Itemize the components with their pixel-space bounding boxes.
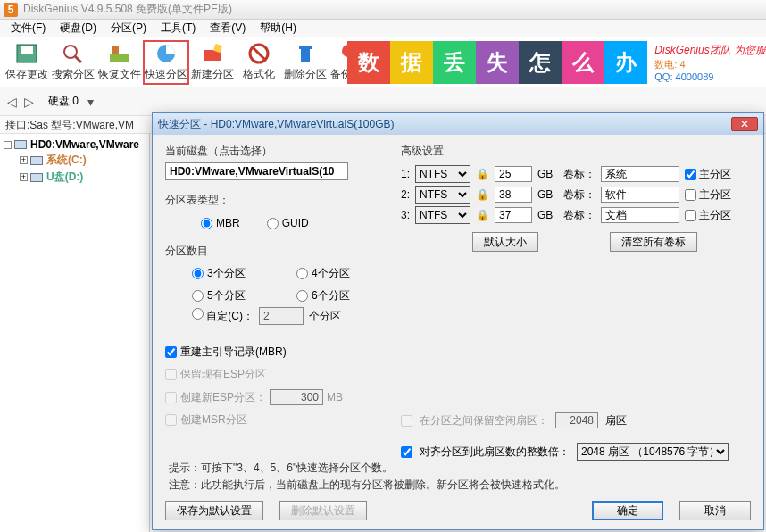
disk-dropdown-icon[interactable]: ▾ (84, 95, 97, 109)
drive-icon (30, 156, 43, 165)
banner-tile: 怎 (519, 41, 562, 84)
menu-file[interactable]: 文件(F) (4, 19, 53, 37)
radio-mbr[interactable]: MBR (201, 217, 240, 229)
tree-child-c[interactable]: + 系统(C:) (2, 152, 147, 169)
tool-new-partition[interactable]: 新建分区 (189, 40, 236, 85)
search-icon (61, 42, 86, 65)
chk-rebuild-mbr[interactable]: 重建主引导记录(MBR) (165, 345, 379, 360)
radio-4[interactable]: 4个分区 (296, 266, 379, 281)
volume-label-input[interactable] (601, 166, 679, 182)
volume-label-input[interactable] (601, 207, 679, 223)
radio-guid[interactable]: GUID (267, 217, 309, 229)
svg-rect-5 (112, 46, 119, 54)
radio-custom[interactable]: 自定(C)： (192, 308, 254, 324)
banner-tile: 办 (604, 41, 647, 84)
custom-count-input[interactable] (259, 307, 304, 325)
format-icon (246, 42, 271, 65)
menu-disk[interactable]: 硬盘(D) (53, 19, 104, 37)
partition-row: 2:NTFS🔒GB卷标： 主分区 (401, 186, 751, 204)
tree-root[interactable]: - HD0:VMware,VMware (2, 137, 147, 152)
menu-view[interactable]: 查看(V) (203, 19, 253, 37)
banner: 数据丢失怎么办 DiskGenius团队 为您服 数电: 4 QQ: 40000… (347, 37, 766, 87)
drive-icon (30, 173, 43, 182)
svg-line-10 (253, 47, 265, 60)
save-icon (14, 42, 39, 65)
expand-icon[interactable]: + (20, 173, 28, 181)
chk-align[interactable] (401, 446, 412, 458)
quick-partition-dialog: 快速分区 - HD0:VMware,VMwareVirtualS(100GB) … (152, 112, 764, 530)
size-input[interactable] (495, 207, 532, 223)
esp-size-input (270, 389, 323, 405)
new-partition-icon (200, 42, 225, 65)
banner-qq: QQ: 4000089 (647, 71, 766, 82)
dialog-title-bar: 快速分区 - HD0:VMware,VMwareVirtualS(100GB) … (153, 113, 763, 135)
lock-icon[interactable]: 🔒 (476, 168, 489, 180)
tool-format[interactable]: 格式化 (236, 40, 282, 85)
delete-default-button: 删除默认设置 (279, 501, 367, 520)
tool-search[interactable]: 搜索分区 (50, 40, 96, 85)
svg-line-3 (75, 56, 81, 62)
table-type-label: 分区表类型： (165, 193, 379, 208)
nav-next-icon[interactable]: ▷ (21, 95, 37, 109)
clear-labels-button[interactable]: 清空所有卷标 (610, 232, 697, 252)
expand-icon[interactable]: + (20, 156, 28, 164)
size-input[interactable] (495, 166, 532, 182)
svg-point-2 (64, 46, 77, 58)
tool-restore[interactable]: 恢复文件 (96, 40, 143, 85)
save-default-button[interactable]: 保存为默认设置 (165, 501, 263, 520)
banner-text: DiskGenius团队 为您服 (647, 43, 766, 58)
ok-button[interactable]: 确定 (592, 501, 663, 520)
radio-6[interactable]: 6个分区 (296, 288, 379, 303)
adv-label: 高级设置 (401, 144, 751, 159)
count-label: 分区数目 (165, 244, 379, 259)
banner-sub: 数电: 4 (647, 58, 766, 71)
current-disk-label: 当前磁盘（点击选择） (165, 144, 379, 159)
partition-row: 1:NTFS🔒GB卷标： 主分区 (401, 165, 751, 183)
gap-value-input (555, 412, 598, 428)
lock-icon[interactable]: 🔒 (476, 209, 489, 221)
menu-help[interactable]: 帮助(H) (253, 19, 304, 37)
restore-icon (107, 42, 132, 65)
collapse-icon[interactable]: - (4, 141, 12, 149)
menu-bar: 文件(F) 硬盘(D) 分区(P) 工具(T) 查看(V) 帮助(H) (0, 20, 766, 37)
tool-delete-partition[interactable]: 删除分区 (282, 40, 329, 85)
tool-save[interactable]: 保存更改 (4, 40, 50, 85)
volume-label-input[interactable] (601, 187, 679, 203)
size-input[interactable] (495, 187, 532, 203)
quick-partition-icon (154, 42, 179, 65)
cancel-button[interactable]: 取消 (679, 501, 751, 520)
menu-tools[interactable]: 工具(T) (154, 19, 203, 37)
dialog-title: 快速分区 - HD0:VMware,VMwareVirtualS(100GB) (158, 117, 395, 132)
tip1: 提示：可按下"3、4、5、6"快速选择分区个数。 (169, 460, 565, 477)
tip2: 注意：此功能执行后，当前磁盘上的现有分区将被删除。新分区将会被快速格式化。 (169, 477, 565, 494)
menu-partition[interactable]: 分区(P) (104, 19, 154, 37)
app-title: DiskGenius V4.9.5.508 免费版(单文件PE版) (23, 2, 232, 17)
app-logo-icon: 5 (4, 3, 18, 17)
radio-5[interactable]: 5个分区 (192, 288, 275, 303)
chk-create-esp: 创建新ESP分区： MB (165, 389, 379, 405)
primary-checkbox[interactable]: 主分区 (685, 167, 731, 182)
lock-icon[interactable]: 🔒 (476, 188, 489, 201)
svg-rect-12 (299, 46, 312, 49)
current-disk-input[interactable] (165, 162, 348, 180)
delete-icon (293, 42, 318, 65)
svg-rect-1 (21, 46, 33, 54)
align-select[interactable]: 2048 扇区 （1048576 字节） (577, 443, 729, 461)
nav-prev-icon[interactable]: ◁ (4, 95, 21, 109)
default-size-button[interactable]: 默认大小 (472, 232, 538, 252)
tool-quick-partition[interactable]: 快速分区 (143, 40, 189, 85)
banner-tile: 失 (476, 41, 519, 84)
primary-checkbox[interactable]: 主分区 (685, 208, 731, 223)
fs-select[interactable]: NTFS (415, 165, 470, 183)
fs-select[interactable]: NTFS (415, 186, 470, 204)
radio-3[interactable]: 3个分区 (192, 266, 275, 281)
banner-tile: 据 (390, 41, 433, 84)
svg-rect-4 (110, 54, 129, 62)
title-bar: 5 DiskGenius V4.9.5.508 免费版(单文件PE版) (0, 0, 766, 20)
primary-checkbox[interactable]: 主分区 (685, 187, 731, 203)
close-icon[interactable]: ✕ (731, 117, 758, 131)
disk-label: 硬盘 0 (48, 94, 79, 109)
tree-child-d[interactable]: + U盘(D:) (2, 169, 147, 186)
interface-info: 接口:Sas 型号:VMware,VM (5, 119, 134, 131)
fs-select[interactable]: NTFS (415, 206, 470, 224)
